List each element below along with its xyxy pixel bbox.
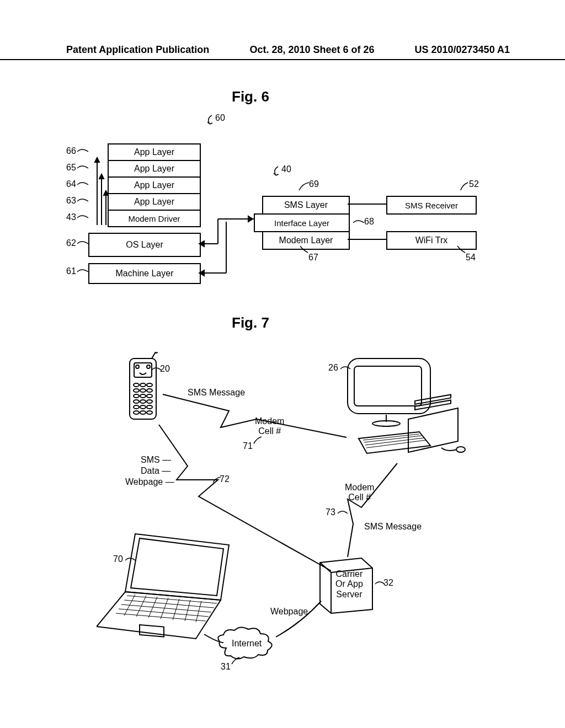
box-69: SMS Layer <box>262 196 350 215</box>
ref-64: 64 <box>66 179 76 189</box>
box-63: App Layer <box>108 193 201 211</box>
svg-line-66 <box>320 563 331 572</box>
svg-marker-1 <box>95 158 99 162</box>
modem-cell-2-label: Modem Cell # <box>345 483 374 502</box>
box-64: App Layer <box>108 176 201 194</box>
ref-67: 67 <box>301 253 318 263</box>
laptop-icon <box>97 528 251 650</box>
ref-52: 52 <box>469 179 479 189</box>
ref-62: 62 <box>66 238 76 248</box>
svg-point-34 <box>134 405 139 409</box>
ref-32: 32 <box>383 578 393 588</box>
svg-line-62 <box>196 601 201 622</box>
svg-point-37 <box>134 411 139 414</box>
svg-rect-45 <box>415 400 451 410</box>
page-header: Patent Application Publication Oct. 28, … <box>0 44 565 60</box>
webpage2-label: Webpage <box>270 607 308 617</box>
ref-54: 54 <box>458 253 476 263</box>
svg-point-42 <box>372 421 400 426</box>
svg-point-39 <box>147 411 152 414</box>
svg-line-47 <box>364 436 422 442</box>
ref-61: 61 <box>66 266 76 276</box>
svg-point-36 <box>147 405 152 409</box>
box-43: Modem Driver <box>108 210 201 227</box>
box-65: App Layer <box>108 160 201 178</box>
ref-40: 40 <box>281 164 291 174</box>
svg-point-29 <box>140 394 146 398</box>
ref-73: 73 <box>326 507 335 517</box>
svg-point-22 <box>134 383 139 387</box>
modem-cell-1-label: Modem Cell # <box>255 416 284 436</box>
ref-20: 20 <box>160 364 170 374</box>
svg-point-21 <box>155 352 157 353</box>
svg-line-61 <box>185 600 190 621</box>
svg-rect-17 <box>134 363 152 377</box>
svg-line-48 <box>365 438 424 445</box>
fig7-title: Fig. 7 <box>232 314 269 331</box>
svg-point-26 <box>140 389 146 392</box>
ref-71: 71 <box>243 441 253 451</box>
ref-70: 70 <box>113 554 123 564</box>
ref-66: 66 <box>66 146 76 156</box>
box-66: App Layer <box>108 143 201 161</box>
fig6-title: Fig. 6 <box>232 88 269 105</box>
svg-point-32 <box>140 400 146 403</box>
desktop-icon <box>337 353 480 463</box>
svg-line-46 <box>363 434 419 440</box>
sms-message-top-label: SMS Message <box>188 388 245 398</box>
svg-rect-63 <box>140 625 164 637</box>
svg-point-30 <box>147 394 152 398</box>
ref-65: 65 <box>66 163 76 173</box>
box-61: Machine Layer <box>88 263 201 284</box>
svg-point-24 <box>147 383 152 387</box>
svg-line-57 <box>136 596 146 617</box>
svg-line-56 <box>124 595 135 615</box>
svg-point-35 <box>140 405 146 409</box>
webpage-label: Webpage — <box>125 477 174 487</box>
svg-rect-40 <box>354 366 422 406</box>
header-left: Patent Application Publication <box>66 44 209 56</box>
svg-line-58 <box>148 597 157 618</box>
svg-line-55 <box>116 613 206 621</box>
svg-line-20 <box>152 353 155 358</box>
svg-point-33 <box>147 400 152 403</box>
data-label: Data — <box>141 466 170 476</box>
svg-point-25 <box>134 389 139 392</box>
sms-message-right-label: SMS Message <box>364 522 422 532</box>
svg-point-50 <box>456 447 465 452</box>
svg-line-51 <box>127 596 217 603</box>
svg-point-31 <box>134 400 139 403</box>
ref-63: 63 <box>66 196 76 206</box>
ref-43: 43 <box>66 212 76 222</box>
sms-label: SMS — <box>141 455 171 465</box>
ref-72: 72 <box>220 474 230 484</box>
svg-line-53 <box>121 604 211 612</box>
svg-point-23 <box>140 383 146 387</box>
svg-point-19 <box>147 365 150 368</box>
ref-60: 60 <box>215 113 225 123</box>
svg-rect-44 <box>415 395 451 404</box>
svg-marker-3 <box>99 174 104 179</box>
svg-point-18 <box>136 365 139 368</box>
ref-26: 26 <box>328 363 338 373</box>
carrier-box-label: Carrier Or App Server <box>335 569 363 599</box>
box-68: Interface Layer <box>254 213 350 232</box>
ref-68: 68 <box>364 217 374 227</box>
internet-label: Internet <box>232 639 262 649</box>
svg-line-59 <box>161 598 168 619</box>
ref-69: 69 <box>309 179 319 189</box>
header-right: US 2010/0273450 A1 <box>415 44 510 56</box>
phone-icon <box>124 352 168 429</box>
svg-line-60 <box>173 599 179 620</box>
svg-line-49 <box>366 440 426 448</box>
svg-marker-10 <box>248 216 253 222</box>
box-62: OS Layer <box>88 233 201 257</box>
ref-31: 31 <box>221 662 231 672</box>
svg-point-27 <box>147 389 152 392</box>
svg-line-54 <box>119 609 209 617</box>
fig7-lines-overlay <box>0 0 565 728</box>
svg-point-38 <box>140 411 146 414</box>
svg-point-28 <box>134 394 139 398</box>
svg-line-52 <box>124 600 214 608</box>
box-52: SMS Receiver <box>386 196 477 215</box>
